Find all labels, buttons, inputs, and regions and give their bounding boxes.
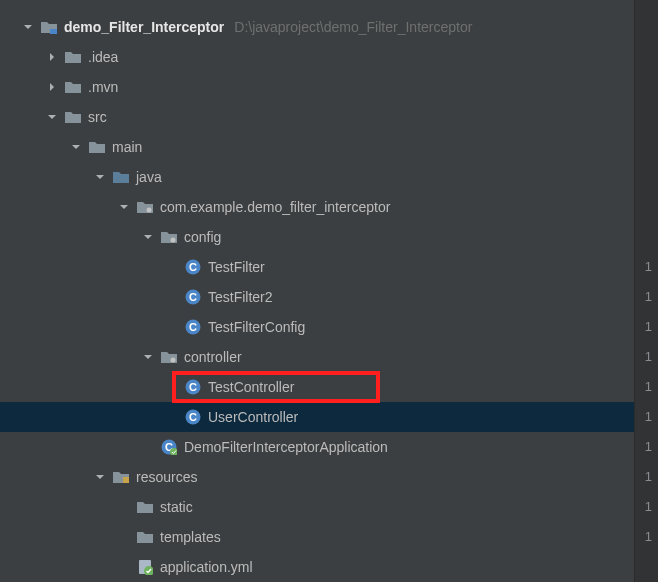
application-label: DemoFilterInterceptorApplication	[184, 439, 388, 455]
package-label: com.example.demo_filter_interceptor	[160, 199, 390, 215]
source-folder-icon	[112, 168, 130, 186]
module-folder-icon	[40, 18, 58, 36]
testfilterconfig-label: TestFilterConfig	[208, 319, 305, 335]
package-icon	[136, 198, 154, 216]
class-icon: C	[184, 378, 202, 396]
templates-label: templates	[160, 529, 221, 545]
project-tree: demo_Filter_Interceptor D:\javaproject\d…	[0, 0, 658, 582]
tree-row-package[interactable]: com.example.demo_filter_interceptor	[0, 192, 658, 222]
svg-text:C: C	[189, 381, 197, 393]
chevron-down-icon[interactable]	[68, 139, 84, 155]
chevron-down-icon[interactable]	[140, 229, 156, 245]
chevron-right-icon[interactable]	[44, 79, 60, 95]
idea-label: .idea	[88, 49, 118, 65]
gutter-mark: 1	[645, 342, 652, 372]
chevron-down-icon[interactable]	[20, 19, 36, 35]
root-label: demo_Filter_Interceptor	[64, 19, 224, 35]
folder-icon	[136, 528, 154, 546]
folder-icon	[64, 48, 82, 66]
svg-text:C: C	[189, 411, 197, 423]
svg-point-2	[171, 238, 176, 243]
chevron-down-icon[interactable]	[116, 199, 132, 215]
tree-row-main[interactable]: main	[0, 132, 658, 162]
testfilter-label: TestFilter	[208, 259, 265, 275]
tree-row-appyml[interactable]: application.yml	[0, 552, 658, 582]
yml-file-icon	[136, 558, 154, 576]
svg-point-9	[171, 358, 176, 363]
testfilter2-label: TestFilter2	[208, 289, 273, 305]
tree-row-root[interactable]: demo_Filter_Interceptor D:\javaproject\d…	[0, 12, 658, 42]
tree-row-testfilter[interactable]: C TestFilter	[0, 252, 658, 282]
chevron-down-icon[interactable]	[44, 109, 60, 125]
tree-row-testfilterconfig[interactable]: C TestFilterConfig	[0, 312, 658, 342]
class-icon: C	[184, 258, 202, 276]
controller-label: controller	[184, 349, 242, 365]
tree-row-idea[interactable]: .idea	[0, 42, 658, 72]
gutter-mark: 1	[645, 432, 652, 462]
appyml-label: application.yml	[160, 559, 253, 575]
tree-row-testcontroller[interactable]: C TestController	[0, 372, 658, 402]
gutter: 1 1 1 1 1 1 1 1 1 1	[634, 0, 658, 582]
svg-rect-0	[50, 29, 57, 34]
resources-folder-icon	[112, 468, 130, 486]
root-path: D:\javaproject\demo_Filter_Interceptor	[234, 19, 472, 35]
chevron-down-icon[interactable]	[92, 469, 108, 485]
spring-class-icon: C	[160, 438, 178, 456]
gutter-mark: 1	[645, 252, 652, 282]
testcontroller-label: TestController	[208, 379, 294, 395]
gutter-mark: 1	[645, 462, 652, 492]
svg-text:C: C	[189, 261, 197, 273]
tree-row-resources[interactable]: resources	[0, 462, 658, 492]
folder-icon	[88, 138, 106, 156]
static-label: static	[160, 499, 193, 515]
folder-icon	[136, 498, 154, 516]
tree-row-usercontroller[interactable]: C UserController	[0, 402, 658, 432]
folder-icon	[64, 108, 82, 126]
gutter-mark: 1	[645, 492, 652, 522]
gutter-mark: 1	[645, 522, 652, 552]
resources-label: resources	[136, 469, 197, 485]
mvn-label: .mvn	[88, 79, 118, 95]
svg-rect-17	[123, 477, 129, 483]
chevron-down-icon[interactable]	[140, 349, 156, 365]
usercontroller-label: UserController	[208, 409, 298, 425]
gutter-mark: 1	[645, 372, 652, 402]
class-icon: C	[184, 288, 202, 306]
tree-row-config[interactable]: config	[0, 222, 658, 252]
tree-row-templates[interactable]: templates	[0, 522, 658, 552]
tree-row-testfilter2[interactable]: C TestFilter2	[0, 282, 658, 312]
tree-row-static[interactable]: static	[0, 492, 658, 522]
config-label: config	[184, 229, 221, 245]
src-label: src	[88, 109, 107, 125]
main-label: main	[112, 139, 142, 155]
svg-text:C: C	[189, 291, 197, 303]
tree-row-application[interactable]: C DemoFilterInterceptorApplication	[0, 432, 658, 462]
java-label: java	[136, 169, 162, 185]
gutter-mark: 1	[645, 312, 652, 342]
package-icon	[160, 228, 178, 246]
tree-row-mvn[interactable]: .mvn	[0, 72, 658, 102]
svg-text:C: C	[189, 321, 197, 333]
tree-row-src[interactable]: src	[0, 102, 658, 132]
folder-icon	[64, 78, 82, 96]
gutter-mark: 1	[645, 402, 652, 432]
gutter-mark: 1	[645, 282, 652, 312]
tree-row-java[interactable]: java	[0, 162, 658, 192]
class-icon: C	[184, 318, 202, 336]
tree-row-controller[interactable]: controller	[0, 342, 658, 372]
chevron-down-icon[interactable]	[92, 169, 108, 185]
chevron-right-icon[interactable]	[44, 49, 60, 65]
svg-point-1	[147, 208, 152, 213]
package-icon	[160, 348, 178, 366]
class-icon: C	[184, 408, 202, 426]
